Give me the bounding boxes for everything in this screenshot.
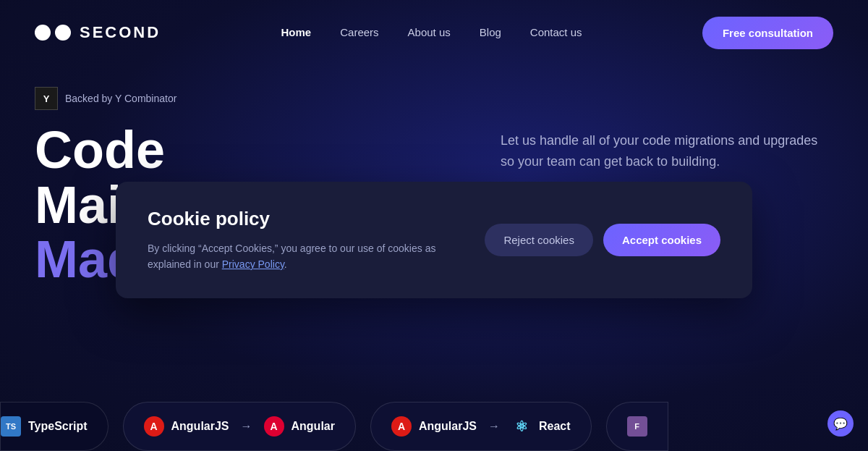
tech-item-typescript: TS TypeScript <box>0 402 109 451</box>
tech-item-angularjs-to-angular: A AngularJS → A Angular <box>123 402 356 451</box>
arrow-1: → <box>241 420 252 433</box>
yc-logo: Y <box>35 87 58 110</box>
logo-dot-2 <box>55 25 71 41</box>
accept-cookies-button[interactable]: Accept cookies <box>603 224 720 256</box>
reject-cookies-button[interactable]: Reject cookies <box>485 224 593 256</box>
nav-link-about[interactable]: About us <box>408 26 451 38</box>
react-icon: ⚛ <box>511 416 532 437</box>
nav-item-blog[interactable]: Blog <box>480 26 501 39</box>
brand-name: SECOND <box>80 23 161 42</box>
arrow-2: → <box>488 420 500 433</box>
angularjs-icon-1: A <box>144 416 164 437</box>
nav-item-about[interactable]: About us <box>408 26 451 39</box>
cookie-desc-text: By clicking “Accept Cookies,” you agree … <box>148 243 435 270</box>
hero-right: Let us handle all of your code migration… <box>501 87 833 172</box>
tech-strip: TS TypeScript A AngularJS → A Angular A … <box>0 402 868 451</box>
tech-item-fortran: F <box>606 402 668 451</box>
react-label: React <box>539 420 571 433</box>
cookie-description: By clicking “Accept Cookies,” you agree … <box>148 240 456 273</box>
yc-badge: Y Backed by Y Combinator <box>35 87 454 110</box>
hero-description: Let us handle all of your code migration… <box>501 130 833 172</box>
cookie-actions: Reject cookies Accept cookies <box>485 224 720 256</box>
free-consultation-button[interactable]: Free consultation <box>702 17 833 49</box>
cookie-banner: Cookie policy By clicking “Accept Cookie… <box>116 182 752 299</box>
nav-link-blog[interactable]: Blog <box>480 26 501 38</box>
cookie-period: . <box>284 258 287 270</box>
angularjs-icon-2: A <box>391 416 412 437</box>
nav-item-home[interactable]: Home <box>281 26 312 39</box>
nav-link-careers[interactable]: Careers <box>340 26 378 38</box>
typescript-icon: TS <box>1 416 21 437</box>
privacy-policy-link[interactable]: Privacy Policy <box>222 258 284 270</box>
logo-dot-1 <box>35 25 51 41</box>
nav-links: Home Careers About us Blog Contact us <box>281 26 582 39</box>
angular-label: Angular <box>292 420 335 433</box>
yc-text: Backed by Y Combinator <box>65 93 176 104</box>
nav-item-careers[interactable]: Careers <box>340 26 378 39</box>
chat-button[interactable]: 💬 <box>827 410 854 437</box>
fortran-icon: F <box>627 416 647 437</box>
tech-item-angularjs-to-react: A AngularJS → ⚛ React <box>370 402 592 451</box>
angular-icon: A <box>264 416 284 437</box>
angularjs-label-1: AngularJS <box>171 420 229 433</box>
angularjs-label-2: AngularJS <box>419 420 477 433</box>
navbar: SECOND Home Careers About us Blog Contac… <box>0 0 868 65</box>
nav-link-home[interactable]: Home <box>281 26 312 38</box>
typescript-label: TypeScript <box>28 420 88 433</box>
cookie-title: Cookie policy <box>148 208 456 230</box>
nav-item-contact[interactable]: Contact us <box>530 26 582 39</box>
nav-link-contact[interactable]: Contact us <box>530 26 582 38</box>
cookie-content: Cookie policy By clicking “Accept Cookie… <box>148 208 456 273</box>
logo-dots <box>35 25 71 41</box>
logo: SECOND <box>35 23 161 42</box>
